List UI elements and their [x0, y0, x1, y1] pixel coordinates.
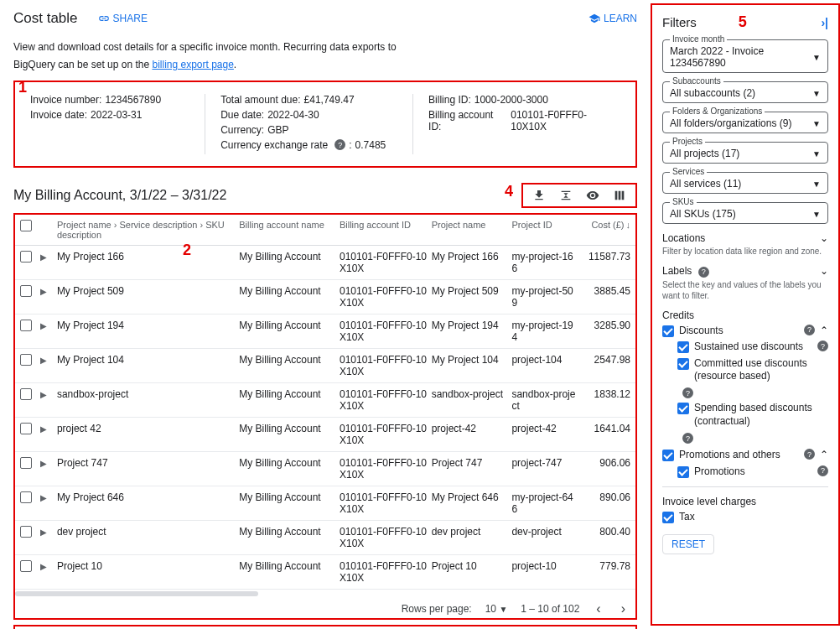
labels-toggle[interactable]: Labels ?⌄ [662, 265, 828, 278]
expand-row-icon[interactable]: ▶ [40, 528, 47, 537]
billing-id-label: Billing ID: [428, 94, 471, 106]
promotions-checkbox[interactable] [677, 466, 689, 478]
filters-panel: Filters 5 ›| Invoice month March 2022 - … [651, 3, 840, 626]
subaccounts-select[interactable]: Subaccounts All subaccounts (2)▼ [662, 81, 828, 103]
row-checkbox[interactable] [20, 320, 32, 331]
cell-cost: 779.78 [578, 560, 630, 572]
promo-others-toggle[interactable]: Promotions and others ? ⌃ [662, 449, 828, 462]
collapse-icon [559, 189, 573, 202]
select-all-checkbox[interactable] [20, 220, 32, 231]
row-checkbox[interactable] [20, 285, 32, 297]
services-select[interactable]: Services All services (11)▼ [662, 172, 828, 194]
account-title: My Billing Account, 3/1/22 – 3/31/22 [13, 188, 226, 203]
expand-row-icon[interactable]: ▶ [40, 562, 47, 571]
col-header-ban[interactable]: Billing account name [239, 220, 340, 240]
download-button[interactable] [531, 188, 547, 203]
chevron-up-icon: ⌃ [820, 325, 828, 336]
col-header-pid[interactable]: Project ID [511, 220, 578, 240]
cell-baid: 010101-F0FFF0-10X10X [340, 354, 432, 377]
learn-button[interactable]: LEARN [589, 13, 637, 24]
table-row: ▶Project 10My Billing Account010101-F0FF… [15, 555, 635, 590]
help-icon[interactable]: ? [804, 325, 815, 335]
horizontal-scrollbar[interactable] [15, 591, 635, 596]
caret-down-icon: ▼ [812, 119, 821, 128]
row-checkbox[interactable] [20, 560, 32, 572]
help-icon[interactable]: ? [817, 465, 828, 476]
help-icon[interactable]: ? [817, 340, 828, 351]
help-icon[interactable]: ? [334, 139, 345, 150]
discounts-checkbox[interactable] [662, 325, 674, 337]
row-checkbox[interactable] [20, 491, 32, 503]
invoice-summary: 1 Invoice number: 1234567890 Invoice dat… [13, 81, 637, 168]
expand-row-icon[interactable]: ▶ [40, 356, 47, 365]
cell-ban: My Billing Account [239, 354, 340, 366]
cell-ban: My Billing Account [239, 457, 340, 469]
cell-ban: My Billing Account [239, 526, 340, 538]
help-icon[interactable]: ? [682, 433, 693, 444]
row-checkbox[interactable] [20, 457, 32, 469]
skus-select[interactable]: SKUs All SKUs (175)▼ [662, 202, 828, 224]
expand-row-icon[interactable]: ▶ [40, 459, 47, 468]
projects-select[interactable]: Projects All projects (17)▼ [662, 142, 828, 164]
caret-down-icon: ▼ [499, 605, 507, 614]
invoice-month-select[interactable]: Invoice month March 2022 - Invoice 12345… [662, 39, 828, 73]
expand-row-icon[interactable]: ▶ [40, 390, 47, 399]
cell-ban: My Billing Account [239, 285, 340, 297]
col-header-project[interactable]: Project name › Service description › SKU… [57, 220, 239, 240]
billing-acct-id-value: 010101-F0FFF0-10X10X [511, 109, 620, 133]
annotation-5: 5 [739, 13, 747, 31]
expand-row-icon[interactable]: ▶ [40, 252, 47, 262]
sustained-checkbox[interactable] [677, 341, 689, 353]
table-header-row: Project name › Service description › SKU… [15, 215, 635, 246]
table-row: ▶dev projectMy Billing Account010101-F0F… [15, 521, 635, 555]
tax-checkbox[interactable] [662, 512, 674, 523]
row-checkbox[interactable] [20, 251, 32, 263]
billing-export-link[interactable]: billing export page [152, 59, 233, 70]
cell-baid: 010101-F0FFF0-10X10X [340, 423, 432, 446]
col-header-pn[interactable]: Project name [432, 220, 512, 240]
help-icon[interactable]: ? [698, 267, 709, 278]
collapse-panel-button[interactable]: ›| [821, 16, 828, 29]
reset-button[interactable]: RESET [662, 534, 714, 554]
row-checkbox[interactable] [20, 526, 32, 538]
visibility-button[interactable] [585, 188, 600, 203]
graduation-cap-icon [589, 13, 600, 24]
table-row: ▶My Project 104My Billing Account010101-… [15, 349, 635, 383]
col-header-cost[interactable]: Cost (£)↓ [578, 220, 630, 240]
prev-page-button[interactable]: ‹ [593, 601, 604, 616]
promo-others-checkbox[interactable] [662, 450, 674, 461]
row-checkbox[interactable] [20, 354, 32, 366]
invoice-number-value: 1234567890 [105, 94, 161, 106]
cell-pn: My Project 194 [432, 320, 512, 331]
labels-desc: Select the key and values of the labels … [662, 279, 828, 301]
folders-select[interactable]: Folders & Organizations All folders/orga… [662, 112, 828, 133]
expand-row-icon[interactable]: ▶ [40, 287, 47, 296]
discounts-toggle[interactable]: Discounts ? ⌃ [662, 325, 828, 338]
cell-pn: Project 10 [432, 560, 512, 572]
table-row: ▶My Project 166My Billing Account010101-… [15, 246, 635, 280]
cell-pid: my-project-194 [511, 320, 578, 343]
table-row: ▶My Project 194My Billing Account010101-… [15, 314, 635, 349]
expand-row-icon[interactable]: ▶ [40, 321, 47, 330]
committed-checkbox[interactable] [677, 358, 689, 370]
cell-cost: 800.40 [578, 526, 630, 538]
cell-pid: project-42 [511, 423, 578, 434]
rows-per-page-select[interactable]: 10 ▼ [485, 603, 508, 615]
col-header-baid[interactable]: Billing account ID [340, 220, 432, 240]
row-checkbox[interactable] [20, 423, 32, 434]
locations-toggle[interactable]: Locations⌄ [662, 232, 828, 244]
collapse-button[interactable] [558, 188, 573, 203]
columns-button[interactable] [612, 188, 627, 203]
cell-baid: 010101-F0FFF0-10X10X [340, 320, 432, 343]
next-page-button[interactable]: › [618, 601, 629, 616]
help-icon[interactable]: ? [682, 387, 693, 398]
help-icon[interactable]: ? [804, 449, 815, 460]
share-button[interactable]: SHARE [98, 13, 148, 24]
cell-pid: my-project-646 [511, 491, 578, 515]
currency-label: Currency: [220, 124, 264, 136]
cell-project-name: Project 747 [57, 457, 239, 469]
expand-row-icon[interactable]: ▶ [40, 493, 47, 502]
row-checkbox[interactable] [20, 388, 32, 400]
spending-checkbox[interactable] [677, 403, 689, 414]
expand-row-icon[interactable]: ▶ [40, 424, 47, 434]
